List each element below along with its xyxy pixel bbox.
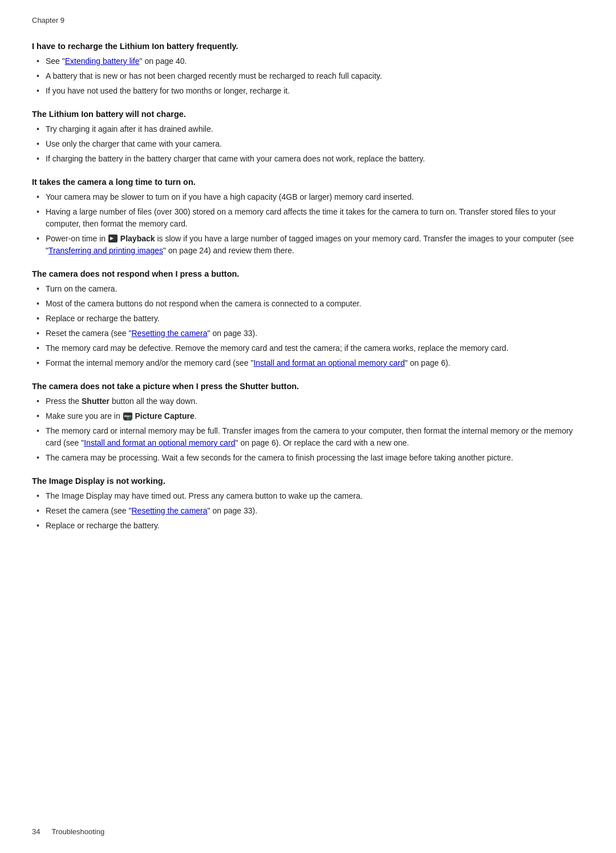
list-item: A battery that is new or has not been ch…: [32, 70, 584, 82]
section-title-image-display: The Image Display is not working.: [32, 476, 584, 486]
section-camera-no-picture: The camera does not take a picture when …: [32, 382, 584, 464]
list-item: Replace or recharge the battery.: [32, 520, 584, 532]
section-camera-no-respond: The camera does not respond when I press…: [32, 269, 584, 369]
list-item: Make sure you are in Picture Capture.: [32, 410, 584, 422]
section-title-lithium-no-charge: The Lithium Ion battery will not charge.: [32, 110, 584, 119]
install-format-link-2[interactable]: Install and format an optional memory ca…: [84, 438, 235, 447]
list-item: The memory card or internal memory may b…: [32, 425, 584, 449]
bullet-list-image-display: The Image Display may have timed out. Pr…: [32, 490, 584, 532]
bullet-list-lithium-recharge: See "Extending battery life" on page 40.…: [32, 55, 584, 97]
list-item: The camera may be processing. Wait a few…: [32, 452, 584, 464]
list-item: Your camera may be slower to turn on if …: [32, 191, 584, 203]
list-item: Having a large number of files (over 300…: [32, 206, 584, 230]
section-title-lithium-recharge: I have to recharge the Lithium Ion batte…: [32, 42, 584, 51]
shutter-bold: Shutter: [82, 397, 110, 406]
picture-capture-bold: Picture Capture: [135, 411, 194, 421]
section-camera-slow-turnon: It takes the camera a long time to turn …: [32, 177, 584, 257]
list-item: Most of the camera buttons do not respon…: [32, 298, 584, 310]
list-item: Turn on the camera.: [32, 283, 584, 295]
install-format-link-1[interactable]: Install and format an optional memory ca…: [253, 358, 404, 367]
list-item: The memory card may be defective. Remove…: [32, 342, 584, 354]
list-item: See "Extending battery life" on page 40.: [32, 55, 584, 67]
playback-bold: Playback: [120, 234, 155, 243]
list-item: Replace or recharge the battery.: [32, 313, 584, 325]
extending-battery-link[interactable]: Extending battery life: [65, 56, 140, 66]
list-item: If you have not used the battery for two…: [32, 85, 584, 97]
list-item: Use only the charger that came with your…: [32, 138, 584, 150]
resetting-camera-link-1[interactable]: Resetting the camera: [131, 329, 207, 338]
camera-icon: [123, 413, 132, 420]
section-title-camera-no-picture: The camera does not take a picture when …: [32, 382, 584, 391]
bullet-list-lithium-no-charge: Try charging it again after it has drain…: [32, 123, 584, 165]
list-item: Try charging it again after it has drain…: [32, 123, 584, 135]
transferring-images-link[interactable]: Transferring and printing images: [48, 246, 163, 255]
list-item: The Image Display may have timed out. Pr…: [32, 490, 584, 502]
section-lithium-recharge: I have to recharge the Lithium Ion batte…: [32, 42, 584, 97]
page-container: Chapter 9 I have to recharge the Lithium…: [0, 0, 616, 853]
bullet-list-camera-slow: Your camera may be slower to turn on if …: [32, 191, 584, 257]
section-lithium-no-charge: The Lithium Ion battery will not charge.…: [32, 110, 584, 165]
list-item: Power-on time in Playback is slow if you…: [32, 233, 584, 257]
bullet-list-camera-no-picture: Press the Shutter button all the way dow…: [32, 395, 584, 464]
list-item: Format the internal memory and/or the me…: [32, 357, 584, 369]
resetting-camera-link-2[interactable]: Resetting the camera: [131, 506, 207, 515]
chapter-label: Chapter 9: [32, 16, 64, 25]
playback-icon: [108, 235, 117, 242]
section-image-display: The Image Display is not working. The Im…: [32, 476, 584, 532]
page-footer: 34 Troubleshooting: [32, 827, 584, 836]
section-title-camera-slow: It takes the camera a long time to turn …: [32, 177, 584, 187]
chapter-header: Chapter 9: [32, 16, 584, 25]
section-title-camera-no-respond: The camera does not respond when I press…: [32, 269, 584, 278]
list-item: Reset the camera (see "Resetting the cam…: [32, 505, 584, 517]
page-number: 34: [32, 827, 40, 836]
bullet-list-camera-no-respond: Turn on the camera. Most of the camera b…: [32, 283, 584, 369]
list-item: Press the Shutter button all the way dow…: [32, 395, 584, 407]
footer-section-title: Troubleshooting: [51, 827, 104, 836]
list-item: If charging the battery in the battery c…: [32, 153, 584, 165]
list-item: Reset the camera (see "Resetting the cam…: [32, 328, 584, 339]
